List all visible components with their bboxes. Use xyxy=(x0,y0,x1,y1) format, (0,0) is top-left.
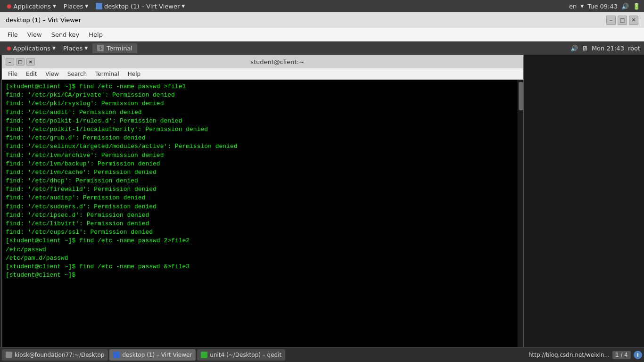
host-window-arrow: ▼ xyxy=(182,4,185,8)
guest-topbar: ● Applications ▼ Places ▼ $ Terminal 🔊 � xyxy=(0,41,644,55)
host-lang-arrow: ▼ xyxy=(580,4,584,8)
terminal-tab-icon: $ xyxy=(97,45,104,51)
terminal-menu-help[interactable]: Help xyxy=(124,70,144,78)
host-topbar-right: en ▼ Tue 09:43 🔊 🔋 xyxy=(569,3,640,10)
virt-viewer-window: desktop (1) – Virt Viewer – □ ✕ File Vie… xyxy=(0,12,644,362)
terminal-line: find: '/etc/selinux/targeted/modules/act… xyxy=(6,142,520,151)
host-time: Tue 09:43 xyxy=(587,3,618,10)
terminal-line: find: '/etc/firewalld': Permission denie… xyxy=(6,185,520,194)
virt-title: desktop (1) – Virt Viewer xyxy=(6,16,81,24)
guest-area: ● Applications ▼ Places ▼ $ Terminal 🔊 � xyxy=(0,41,644,362)
guest-places-label: Places xyxy=(63,45,83,52)
host-task-virt[interactable]: desktop (1) – Virt Viewer xyxy=(109,349,196,361)
terminal-menu-file[interactable]: File xyxy=(5,70,21,78)
host-task-kiosk-icon xyxy=(6,352,12,358)
guest-applications-button[interactable]: ● Applications ▼ xyxy=(4,44,58,53)
virt-close-button[interactable]: ✕ xyxy=(629,16,638,25)
host-applications-button[interactable]: ● Applications ▼ xyxy=(4,2,59,11)
terminal-window: – □ ✕ student@client:~ File Edit View Se… xyxy=(1,55,524,360)
terminal-title: student@client:~ xyxy=(35,58,520,66)
virt-menu-file[interactable]: File xyxy=(4,30,22,40)
guest-user: root xyxy=(628,45,640,52)
terminal-line: find: '/etc/sudoers.d': Permission denie… xyxy=(6,203,520,211)
terminal-scrollbar[interactable] xyxy=(518,80,523,359)
host-places-button[interactable]: Places ▼ xyxy=(61,2,91,11)
terminal-win-controls: – □ ✕ xyxy=(6,58,35,66)
terminal-line: find: '/etc/polkit-1/rules.d': Permissio… xyxy=(6,117,520,125)
terminal-line: find: '/etc/grub.d': Permission denied xyxy=(6,134,520,142)
terminal-close-button[interactable]: ✕ xyxy=(26,58,35,66)
virt-menu-help[interactable]: Help xyxy=(85,30,107,40)
host-taskbar: kiosk@foundation77:~/Desktop desktop (1)… xyxy=(0,348,644,362)
terminal-line: find: '/etc/lvm/archive': Permission den… xyxy=(6,151,520,160)
scrollbar-thumb[interactable] xyxy=(519,82,523,110)
virt-titlebar: desktop (1) – Virt Viewer – □ ✕ xyxy=(0,12,644,28)
terminal-line: [student@client ~]$ find /etc -name pass… xyxy=(6,82,520,91)
host-lang: en xyxy=(569,3,577,10)
host-applications-arrow: ▼ xyxy=(53,4,56,8)
terminal-line: find: '/etc/lvm/cache': Permission denie… xyxy=(6,168,520,177)
terminal-line: find: '/etc/libvirt': Permission denied xyxy=(6,220,520,228)
virt-menu-view[interactable]: View xyxy=(24,30,46,40)
host-task-kiosk-label: kiosk@foundation77:~/Desktop xyxy=(15,352,104,358)
virt-window-controls: – □ ✕ xyxy=(606,16,638,25)
host-taskbar-url: http://blog.csdn.net/weixln... xyxy=(528,352,610,358)
host-places-label: Places xyxy=(64,3,83,10)
host-page-indicator: 1 / 4 xyxy=(612,351,631,359)
host-sound-icon[interactable]: 🔊 xyxy=(621,3,629,10)
host-battery-icon: 🔋 xyxy=(633,3,640,10)
guest-terminal-label: Terminal xyxy=(107,45,132,52)
terminal-line: find: '/etc/pki/rsyslog': Permission den… xyxy=(6,99,520,108)
terminal-line: find: '/etc/dhcp': Permission denied xyxy=(6,177,520,185)
guest-topbar-right: 🔊 🖥 Mon 21:43 root xyxy=(570,45,640,52)
host-places-arrow: ▼ xyxy=(85,4,88,8)
guest-screen-icon: 🖥 xyxy=(582,45,588,52)
guest-applications-label: Applications xyxy=(13,45,50,52)
terminal-line: /etc/pam.d/passwd xyxy=(6,254,520,263)
host-window-title: desktop (1) – Virt Viewer ▼ xyxy=(93,2,188,11)
host-taskbar-right: http://blog.csdn.net/weixln... 1 / 4 i xyxy=(528,351,642,359)
terminal-menu-search[interactable]: Search xyxy=(64,70,90,78)
terminal-line: find: '/etc/ipsec.d': Permission denied xyxy=(6,211,520,220)
terminal-line: find: '/etc/cups/ssl': Permission denied xyxy=(6,228,520,237)
guest-terminal-tab[interactable]: $ Terminal xyxy=(92,43,137,53)
host-task-gedit-icon xyxy=(201,352,207,358)
terminal-line: find: '/etc/audit': Permission denied xyxy=(6,108,520,117)
terminal-line: /etc/passwd xyxy=(6,246,520,254)
host-task-virt-icon xyxy=(113,352,120,358)
terminal-menubar: File Edit View Search Terminal Help xyxy=(2,68,523,80)
terminal-maximize-button[interactable]: □ xyxy=(16,58,25,66)
guest-places-arrow: ▼ xyxy=(84,46,88,50)
terminal-content[interactable]: [student@client ~]$ find /etc -name pass… xyxy=(2,80,523,359)
guest-places-button[interactable]: Places ▼ xyxy=(60,44,91,53)
virt-maximize-button[interactable]: □ xyxy=(618,16,627,25)
terminal-menu-edit[interactable]: Edit xyxy=(23,70,40,78)
terminal-line: find: '/etc/pki/CA/private': Permission … xyxy=(6,91,520,99)
terminal-titlebar: – □ ✕ student@client:~ xyxy=(2,55,523,68)
terminal-line: find: '/etc/lvm/backup': Permission deni… xyxy=(6,160,520,168)
host-task-gedit-label: unit4 (~/Desktop) – gedit xyxy=(210,352,281,358)
host-task-virt-label: desktop (1) – Virt Viewer xyxy=(122,352,192,358)
host-applications-label: Applications xyxy=(13,3,50,10)
terminal-line: [student@client ~]$ xyxy=(6,271,520,280)
terminal-menu-terminal[interactable]: Terminal xyxy=(92,70,123,78)
host-topbar-left: ● Applications ▼ Places ▼ desktop (1) – … xyxy=(4,2,188,11)
guest-time: Mon 21:43 xyxy=(592,45,624,52)
host-info-button[interactable]: i xyxy=(634,351,642,359)
guest-topbar-left: ● Applications ▼ Places ▼ $ Terminal xyxy=(4,43,137,53)
terminal-line: find: '/etc/polkit-1/localauthority': Pe… xyxy=(6,125,520,134)
terminal-minimize-button[interactable]: – xyxy=(6,58,14,66)
guest-sound-icon[interactable]: 🔊 xyxy=(570,45,578,52)
guest-applications-arrow: ▼ xyxy=(52,46,56,50)
virt-minimize-button[interactable]: – xyxy=(606,16,616,25)
host-task-kiosk[interactable]: kiosk@foundation77:~/Desktop xyxy=(2,349,108,361)
terminal-line: [student@client ~]$ find /etc -name pass… xyxy=(6,263,520,271)
terminal-line: [student@client ~]$ find /etc -name pass… xyxy=(6,237,520,245)
host-topbar: ● Applications ▼ Places ▼ desktop (1) – … xyxy=(0,0,644,12)
virt-menubar: File View Send key Help xyxy=(0,28,644,41)
virt-menu-sendkey[interactable]: Send key xyxy=(48,30,83,40)
terminal-menu-view[interactable]: View xyxy=(42,70,62,78)
terminal-line: find: '/etc/audisp': Permission denied xyxy=(6,194,520,202)
host-task-gedit[interactable]: unit4 (~/Desktop) – gedit xyxy=(197,349,285,361)
